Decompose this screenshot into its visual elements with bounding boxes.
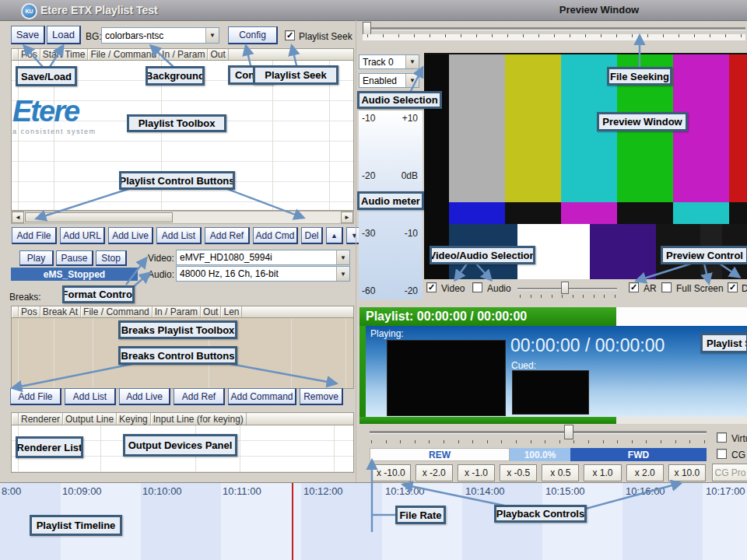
full-screen-label: Full Screen <box>676 283 724 294</box>
rate-slider-track[interactable] <box>370 431 707 433</box>
breaks-button[interactable]: Add Command <box>228 388 296 405</box>
audio-checkbox-label: Audio <box>487 283 511 294</box>
speed-button[interactable]: x 1.0 <box>584 464 621 481</box>
meter-scale-left: -10 <box>362 113 375 124</box>
deinterlace-checkbox[interactable]: ✓ <box>728 282 738 292</box>
timeline-cursor <box>292 483 293 560</box>
video-format-select[interactable]: eMVF_HD1080_5994i ▼ <box>176 250 350 265</box>
playlist-button[interactable]: Add File <box>12 227 57 244</box>
timeline-time-label: 10:09:00 <box>62 485 102 497</box>
scrollbar-thumb[interactable] <box>25 212 173 222</box>
playlist-button[interactable]: Add Ref <box>205 227 250 244</box>
renderer-column-header[interactable]: Input Line (for keying) <box>151 413 247 425</box>
playlist-button[interactable]: Del <box>301 227 323 244</box>
chevron-down-icon[interactable]: ▼ <box>405 55 419 68</box>
breaks-column-header[interactable]: Pos <box>19 306 40 317</box>
breaks-column-header[interactable]: Break At <box>40 306 81 317</box>
deinterlace-label: D <box>742 283 747 294</box>
background-value: colorbars-ntsc <box>105 30 163 41</box>
breaks-button[interactable]: Add Live <box>119 388 170 405</box>
renderer-table-header: RendererOutput LineKeyingInput Line (for… <box>11 412 354 425</box>
playlist-column-header[interactable]: File / Command <box>88 49 160 60</box>
playlist-seek-checkbox[interactable]: ✓ <box>285 30 295 40</box>
breaks-button[interactable]: Add File <box>10 388 61 405</box>
chevron-down-icon[interactable]: ▼ <box>336 267 349 281</box>
audio-track-select[interactable]: Track 0 ▼ <box>359 54 419 69</box>
meter-scale-row: -60 -20 <box>362 285 418 296</box>
stop-button[interactable]: Stop <box>96 250 127 266</box>
playlist-button[interactable]: ▲ <box>326 227 343 244</box>
volume-slider-handle[interactable] <box>561 282 569 294</box>
chevron-down-icon[interactable]: ▼ <box>336 250 349 264</box>
rew-indicator[interactable]: REW <box>370 448 510 461</box>
breaks-button[interactable]: Remove <box>300 388 343 405</box>
status-panel-edge-bottom <box>359 417 616 424</box>
rate-slider-ticks <box>370 440 707 446</box>
audio-format-select[interactable]: 48000 Hz, 16 Ch, 16-bit ▼ <box>176 266 350 282</box>
audio-checkbox[interactable] <box>472 282 482 292</box>
playlist-button[interactable]: Add Live <box>108 227 153 244</box>
playlist-column-header[interactable]: Out <box>208 49 228 60</box>
play-button[interactable]: Play <box>19 250 54 266</box>
breaks-column-header[interactable]: File / Command <box>81 306 153 317</box>
meter-scale-right: -10 <box>405 228 418 239</box>
breaks-column-header[interactable]: Len <box>221 306 242 317</box>
playlist-column-header[interactable]: In / Param <box>160 49 208 60</box>
background-select[interactable]: colorbars-ntsc ▼ <box>101 27 219 44</box>
speed-button[interactable]: x 0.5 <box>542 464 579 481</box>
seek-slider-handle[interactable] <box>363 22 371 35</box>
full-screen-checkbox[interactable] <box>661 282 672 292</box>
playlist-column-header[interactable]: Pos <box>19 49 40 60</box>
playlist-time-bar-remainder <box>616 307 747 326</box>
playlist-button[interactable]: Add URL <box>60 227 105 244</box>
renderer-column-header[interactable]: Keying <box>117 413 151 425</box>
breaks-column-header[interactable]: In / Param <box>153 306 201 317</box>
cg-checkbox[interactable] <box>717 449 727 459</box>
playlist-button[interactable]: Add Cmd <box>253 227 298 244</box>
video-checkbox[interactable]: ✓ <box>426 282 437 292</box>
timeline-time-label: 10:15:00 <box>545 485 585 497</box>
config-button[interactable]: Config <box>228 26 278 44</box>
speed-button[interactable]: x -2.0 <box>416 464 453 481</box>
video-format-label: Video: <box>148 253 174 264</box>
window-title: Etere ETX Playlist Test <box>40 4 158 16</box>
speed-button[interactable]: x 2.0 <box>626 464 664 481</box>
rate-slider-handle[interactable] <box>564 425 573 439</box>
cg-pro-button[interactable]: CG Pro <box>712 464 747 481</box>
virtual-checkbox[interactable] <box>717 432 727 443</box>
speed-button[interactable]: x -0.5 <box>500 464 537 481</box>
load-button[interactable]: Load <box>47 26 81 44</box>
renderer-column-header[interactable]: Output Line <box>63 413 117 425</box>
logo-name: Etere <box>12 96 96 126</box>
callout-output-devices-panel: Output Devices Panel <box>123 434 237 457</box>
speed-button[interactable]: x -1.0 <box>458 464 495 481</box>
aspect-ratio-checkbox[interactable]: ✓ <box>629 282 639 292</box>
speed-button[interactable]: x 10.0 <box>668 464 706 481</box>
timeline-time-label: 10:17:00 <box>706 485 745 497</box>
meter-scale-row: -20 0dB <box>362 170 418 181</box>
audio-enabled-select[interactable]: Enabled ▼ <box>359 73 419 88</box>
callout-playlist-control-buttons: Playlist Control Buttons <box>119 171 235 190</box>
callout-file-rate: File Rate <box>395 506 446 524</box>
speed-button[interactable]: x -10.0 <box>371 464 411 481</box>
breaks-table-header: PosBreak AtFile / CommandIn / ParamOutLe… <box>11 306 354 318</box>
chevron-down-icon[interactable]: ▼ <box>405 74 419 87</box>
breaks-column-header[interactable]: Out <box>201 306 221 317</box>
meter-scale-left: -60 <box>362 285 375 296</box>
breaks-button[interactable]: Add Ref <box>174 388 225 405</box>
breaks-button[interactable]: Add List <box>65 388 116 405</box>
timeline-time-label: 8:00 <box>2 485 21 497</box>
playlist-column-header[interactable]: Start Time <box>40 49 89 60</box>
fwd-indicator[interactable]: FWD <box>570 448 707 461</box>
chevron-down-icon[interactable]: ▼ <box>205 28 219 43</box>
renderer-column-header[interactable]: Renderer <box>19 413 63 425</box>
pause-button[interactable]: Pause <box>56 250 93 266</box>
scroll-right-icon[interactable]: ► <box>341 212 353 223</box>
save-button[interactable]: Save <box>11 26 45 44</box>
preview-window-title: Preview Window <box>537 4 661 16</box>
playlist-scrollbar[interactable]: ◄ ► <box>11 211 354 224</box>
scroll-left-icon[interactable]: ◄ <box>12 212 24 223</box>
playing-panel: Playing: 00:00:00 / 00:00:00 Cued: <box>366 326 747 417</box>
playlist-button[interactable]: Add List <box>156 227 202 244</box>
seek-slider-track[interactable] <box>366 27 745 30</box>
